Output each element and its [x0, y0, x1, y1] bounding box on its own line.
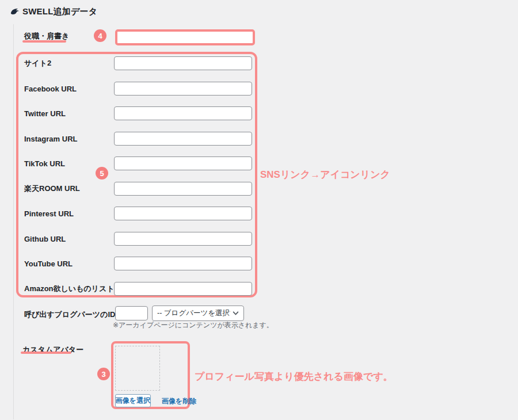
sns-row: サイト2: [18, 56, 255, 70]
select-image-button[interactable]: 画像を選択: [115, 394, 151, 407]
facebook-url-input[interactable]: [114, 82, 252, 96]
blog-parts-select-value: -- ブログパーツを選択する --: [157, 308, 230, 318]
sns-row: Amazon欲しいものリストURL: [18, 282, 255, 296]
role-input-annotation-frame: [115, 29, 255, 45]
role-label-underline-marker: [22, 40, 66, 43]
field-label: サイト2: [24, 58, 51, 68]
avatar-image-placeholder: [115, 346, 160, 391]
sns-links-annotation-frame: サイト2 Facebook URL Twitter URL Instagram …: [16, 52, 257, 297]
annotation-badge-4: 4: [94, 29, 106, 42]
custom-avatar-label-underline-marker: [21, 352, 71, 354]
blog-parts-field-label: 呼び出すブログパーツのID: [24, 310, 115, 320]
avatar-annotation-text: プロフィール写真より優先される画像です。: [195, 370, 393, 383]
annotation-badge-5: 5: [96, 167, 108, 180]
field-label: Facebook URL: [24, 85, 77, 93]
field-label: YouTube URL: [24, 259, 73, 268]
annotation-badge-3: 3: [97, 368, 110, 380]
instagram-url-input[interactable]: [114, 132, 252, 146]
field-label: Pinterest URL: [24, 209, 74, 218]
field-label: 楽天ROOM URL: [24, 184, 80, 194]
sns-row: 楽天ROOM URL: [18, 182, 255, 196]
sns-row: Pinterest URL: [18, 207, 255, 220]
blog-parts-id-input[interactable]: [115, 306, 148, 320]
role-title-input[interactable]: [117, 32, 253, 43]
sns-row: YouTube URL: [18, 257, 255, 270]
left-divider-line: [13, 24, 14, 419]
sns-row: Instagram URL: [18, 132, 255, 146]
blog-parts-select[interactable]: -- ブログパーツを選択する --: [152, 306, 244, 321]
section-title: SWELL追加データ: [22, 6, 97, 17]
rakuten-room-url-input[interactable]: [114, 182, 252, 196]
field-label: Github URL: [24, 235, 66, 243]
field-label: Instagram URL: [24, 135, 77, 143]
amazon-wishlist-url-input[interactable]: [114, 282, 252, 296]
chevron-down-icon: [233, 310, 239, 316]
twitter-url-input[interactable]: [114, 106, 252, 120]
site2-url-input[interactable]: [114, 56, 252, 70]
swell-profile-settings-panel: SWELL追加データ 役職・肩書き 4 サイト2 Facebook URL Tw…: [0, 0, 518, 420]
field-label: Twitter URL: [24, 109, 66, 118]
blog-parts-note: ※アーカイブページにコンテンツが表示されます。: [113, 320, 273, 330]
sns-row: Twitter URL: [18, 106, 255, 120]
github-url-input[interactable]: [114, 232, 252, 246]
swell-logo-icon: [10, 6, 20, 17]
sns-annotation-text: SNSリンク→アイコンリンク: [260, 168, 390, 181]
sns-row: Facebook URL: [18, 82, 255, 96]
custom-avatar-annotation-frame: 画像を選択 画像を削除: [111, 341, 190, 409]
tiktok-url-input[interactable]: [114, 156, 252, 170]
pinterest-url-input[interactable]: [114, 207, 252, 220]
sns-row: Github URL: [18, 232, 255, 246]
field-label: TikTok URL: [24, 159, 65, 168]
youtube-url-input[interactable]: [114, 257, 252, 270]
delete-image-link[interactable]: 画像を削除: [162, 396, 196, 406]
sns-row: TikTok URL: [18, 156, 255, 170]
